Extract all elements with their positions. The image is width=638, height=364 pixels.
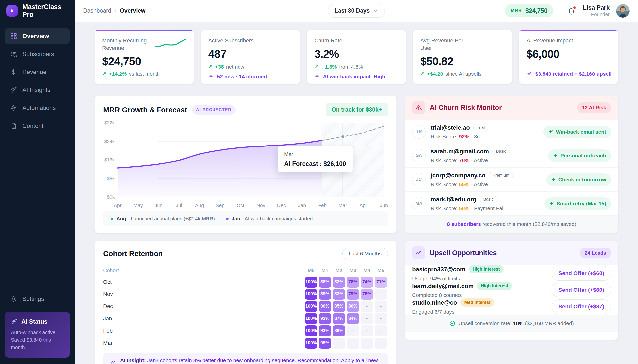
kpi-value: $24,750 [102, 55, 186, 68]
cohort-range-button[interactable]: Last 6 Months [342, 248, 388, 259]
svg-text:Jun: Jun [154, 202, 162, 208]
lead-email: learn.daily@mail.com [412, 282, 474, 290]
subscriber-email: jcorp@company.co [431, 172, 486, 179]
kpi-ai-note: $3,840 retained + $2,160 upsell [526, 67, 610, 77]
svg-text:$8k: $8k [107, 176, 115, 181]
chart-annotations: Aug: Launched annual plans (+$2.4k MRR) … [103, 211, 388, 226]
sidebar-item-label: Content [22, 122, 43, 129]
sidebar-item-ai-insights[interactable]: AI Insights [5, 82, 70, 98]
mrr-chart[interactable]: $32k$24k$16k$8k$0kAprMayJunJulAugSepOctN… [103, 120, 388, 208]
cohort-row-label: Oct [103, 279, 304, 285]
upsell-row: learn.daily@mail.comHigh InterestComplet… [405, 282, 618, 298]
kpi-card-arpu: Avg Revenue Per User $50.82 ↗ +$4.20 sin… [413, 30, 512, 84]
kpi-delta: ↗ ↓ 1.6% from 4.8% [314, 64, 398, 70]
annotation-jan: Jan: AI win-back campaigns started [226, 216, 312, 222]
subscriber-email: trial@stele.ao [431, 124, 470, 131]
ai-status-card: AI Status Auto-winback active. Saved $3,… [5, 312, 70, 358]
sidebar-item-overview[interactable]: Overview [5, 28, 70, 44]
breadcrumb-overview: Overview [120, 8, 145, 14]
kpi-title: Monthly Recurring Revenue [102, 37, 157, 52]
svg-text:Nov: Nov [256, 202, 266, 208]
sidebar-item-settings[interactable]: Settings [5, 291, 70, 307]
cohort-cell: 75% [360, 289, 373, 300]
cohort-cell: 84% [347, 313, 359, 324]
chart-tooltip: Mar AI Forecast : $26,100 [278, 146, 353, 172]
cohort-row-label: Dec [103, 303, 304, 310]
breadcrumb-dashboard[interactable]: Dashboard [83, 8, 112, 14]
churn-risk-row: SAsarah.m@gmail.comBasicRisk Score: 78% … [405, 144, 618, 168]
kpi-delta: ↗ +14.2% vs last month [102, 71, 186, 77]
notifications-button[interactable] [566, 6, 576, 16]
topbar: Dashboard / Overview Last 30 Days MRR $2… [75, 0, 638, 22]
cohort-retention-card: Cohort Retention Last 6 Months CohortM0M… [94, 241, 396, 364]
ai-action-pill[interactable]: Personal outreach [548, 150, 611, 162]
cohort-cell: 79% [347, 289, 359, 300]
sidebar-item-label: Settings [22, 296, 44, 302]
lead-email: studio.nine@co [412, 299, 457, 306]
main-content: Monthly Recurring Revenue $24,750 ↗ +14.… [75, 22, 638, 364]
mrr-badge-label: MRR [511, 8, 522, 14]
cohort-cell: 87% [333, 313, 345, 324]
cohort-header-row: CohortM0M1M2M3M4M5 [103, 265, 388, 276]
send-offer-button[interactable]: Send Offer (+$60) [552, 266, 611, 280]
sidebar-item-revenue[interactable]: Revenue [5, 64, 70, 80]
cohort-cell: 71% [374, 276, 387, 288]
cohort-cell: - [360, 313, 373, 324]
ai-action-pill[interactable]: Smart retry (Mar 15) [544, 197, 611, 210]
svg-text:Jan: Jan [298, 202, 306, 208]
cohort-cell: 100% [305, 289, 317, 300]
ai-status-line2: Saved $3,840 this month. [11, 336, 64, 351]
cohort-column-header: M4 [360, 268, 374, 273]
warning-icon [412, 101, 425, 114]
upsell-row: basicpro337@comHigh InterestUsage: 94% o… [405, 265, 618, 282]
kpi-row: Monthly Recurring Revenue $24,750 ↗ +14.… [94, 30, 618, 84]
svg-text:Oct: Oct [236, 202, 244, 208]
cohort-column-header: M3 [346, 268, 360, 273]
chart-title: MRR Growth & Forecast [103, 106, 187, 114]
ai-status-line1: Auto-winback active. [11, 328, 64, 336]
svg-text:Jun: Jun [380, 202, 388, 208]
cohort-cell: 82% [333, 276, 345, 288]
lead-note: Completed 8 courses [412, 292, 512, 298]
cohort-cell: 100% [305, 326, 317, 336]
cohort-row-feb: Feb100%93%89%--- [103, 325, 388, 337]
cohort-cell: 100% [305, 301, 317, 312]
cohort-row-oct: Oct100%88%82%78%74%71% [103, 276, 388, 288]
ai-action-pill[interactable]: Check-in tomorrow [546, 174, 611, 186]
cohort-cell: 89% [319, 289, 331, 300]
send-offer-button[interactable]: Send Offer (+$60) [552, 283, 611, 297]
kpi-ai-note: 52 new · 14 churned [208, 70, 292, 80]
cohort-column-header: M0 [304, 268, 318, 273]
cohort-cell: - [374, 301, 387, 312]
svg-text:$32k: $32k [104, 120, 115, 125]
send-offer-button[interactable]: Send Offer (+$37) [552, 300, 611, 314]
users-icon [10, 50, 18, 58]
sidebar-item-label: AI Insights [22, 86, 50, 94]
svg-text:Feb: Feb [318, 202, 326, 208]
sidebar-item-label: Automations [22, 104, 56, 111]
sidebar-item-subscribers[interactable]: Subscribers [5, 46, 70, 62]
sidebar-item-automations[interactable]: Automations [5, 100, 70, 116]
lead-note: Engaged 6/7 days [412, 309, 494, 315]
kpi-value: 3.2% [314, 48, 398, 60]
ai-action-pill[interactable]: Win-back email sent [543, 126, 611, 138]
plan-badge: Trial [473, 124, 488, 131]
cohort-column-header: M2 [332, 268, 346, 273]
cohort-cell: - [374, 289, 387, 300]
kpi-value: $50.82 [420, 55, 505, 68]
risk-score-line: Risk Score: 78% · Active [431, 158, 510, 164]
avatar[interactable] [616, 4, 630, 18]
sidebar-item-content[interactable]: Content [5, 118, 70, 134]
date-range-selector[interactable]: Last 30 Days [328, 4, 385, 18]
cohort-cell: 100% [305, 313, 317, 324]
svg-text:Aug: Aug [195, 202, 204, 208]
plan-badge: Basic [492, 148, 510, 155]
svg-text:Jul: Jul [176, 202, 182, 208]
kpi-value: $6,000 [526, 48, 610, 60]
user-name: Lisa Park [583, 4, 610, 12]
subscriber-email: sarah.m@gmail.com [431, 148, 489, 155]
avatar: JC [412, 173, 426, 186]
risk-score-line: Risk Score: 92% · 3d [431, 134, 488, 140]
date-range-label: Last 30 Days [335, 8, 370, 14]
annotation-aug: Aug: Launched annual plans (+$2.4k MRR) [111, 216, 215, 222]
